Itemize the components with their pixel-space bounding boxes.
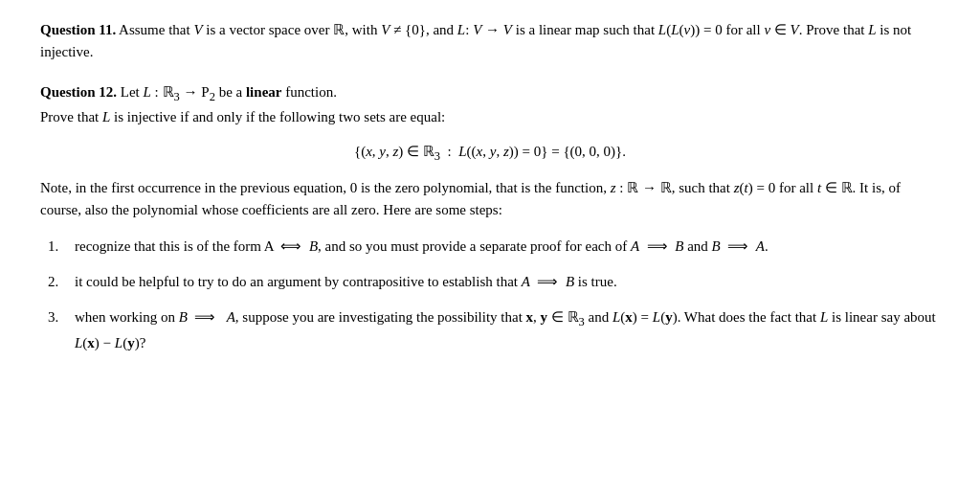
note-text: Note, in the first occurrence in the pre…: [40, 177, 940, 222]
question-11-block: Question 11. Assume that V is a vector s…: [40, 19, 940, 64]
main-content: Question 11. Assume that V is a vector s…: [40, 19, 940, 354]
equation-display: {(x, y, z) ∈ ℝ3 : L((x, y, z)) = 0} = {(…: [40, 140, 940, 166]
steps-list: recognize that this is of the form A ⟺ B…: [40, 236, 940, 354]
step-2-content: it could be helpful to try to do an argu…: [75, 271, 940, 293]
step-3: when working on B ⟹ A, suppose you are i…: [40, 306, 940, 354]
step-1: recognize that this is of the form A ⟺ B…: [40, 236, 940, 258]
question-12-block: Question 12. Let L : ℝ3 → P2 be a linear…: [40, 81, 940, 354]
step-1-content: recognize that this is of the form A ⟺ B…: [75, 236, 940, 258]
step-3-content: when working on B ⟹ A, suppose you are i…: [75, 306, 940, 354]
question-11-text: Question 11. Assume that V is a vector s…: [40, 19, 940, 64]
question-12-intro: Question 12. Let L : ℝ3 → P2 be a linear…: [40, 81, 940, 129]
question-11-label: Question 11.: [40, 22, 116, 37]
note-block: Note, in the first occurrence in the pre…: [40, 177, 940, 222]
question-12-label: Question 12.: [40, 84, 117, 100]
step-2: it could be helpful to try to do an argu…: [40, 271, 940, 293]
